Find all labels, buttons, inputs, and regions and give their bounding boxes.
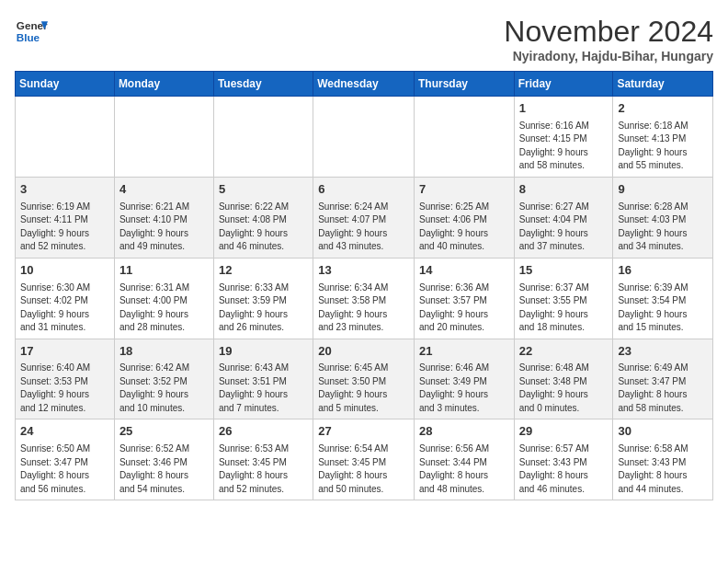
calendar-cell (414, 97, 514, 178)
day-info: Sunset: 3:54 PM (618, 294, 708, 308)
day-info: and 31 minutes. (20, 321, 109, 335)
weekday-header: Wednesday (313, 72, 415, 97)
day-info: Sunset: 4:11 PM (20, 213, 109, 227)
day-info: Sunset: 3:53 PM (20, 375, 109, 389)
day-info: Sunset: 4:06 PM (419, 213, 509, 227)
day-number: 25 (119, 423, 209, 441)
title-block: November 2024 Nyiradony, Hajdu-Bihar, Hu… (504, 15, 713, 63)
day-info: Sunset: 3:55 PM (519, 294, 609, 308)
day-info: Daylight: 9 hours (519, 146, 609, 160)
calendar-cell: 10Sunrise: 6:30 AMSunset: 4:02 PMDayligh… (16, 258, 115, 339)
day-info: Sunset: 4:08 PM (219, 213, 308, 227)
day-info: Sunset: 4:07 PM (318, 213, 409, 227)
day-number: 29 (519, 423, 609, 441)
day-info: Sunrise: 6:21 AM (119, 201, 209, 214)
day-info: Sunrise: 6:53 AM (219, 442, 308, 456)
calendar-header-row: SundayMondayTuesdayWednesdayThursdayFrid… (16, 72, 713, 97)
day-info: Daylight: 9 hours (119, 308, 209, 322)
calendar-cell: 29Sunrise: 6:57 AMSunset: 3:43 PMDayligh… (514, 419, 613, 500)
day-info: Daylight: 9 hours (219, 227, 308, 241)
day-info: and 44 minutes. (618, 483, 708, 497)
day-info: Daylight: 9 hours (419, 227, 509, 241)
day-info: and 28 minutes. (119, 321, 209, 335)
day-info: Daylight: 9 hours (618, 146, 708, 160)
day-info: and 18 minutes. (519, 321, 609, 335)
day-number: 3 (20, 181, 109, 199)
calendar-cell (213, 97, 313, 178)
calendar-cell: 3Sunrise: 6:19 AMSunset: 4:11 PMDaylight… (16, 177, 115, 258)
calendar-cell: 27Sunrise: 6:54 AMSunset: 3:45 PMDayligh… (313, 419, 415, 500)
day-info: Sunset: 3:59 PM (219, 294, 308, 308)
calendar-cell: 18Sunrise: 6:42 AMSunset: 3:52 PMDayligh… (114, 339, 213, 419)
day-info: Sunset: 3:45 PM (318, 456, 409, 470)
day-info: and 56 minutes. (20, 483, 109, 497)
day-info: Sunrise: 6:49 AM (618, 362, 708, 375)
calendar-cell: 19Sunrise: 6:43 AMSunset: 3:51 PMDayligh… (213, 339, 313, 419)
day-info: and 20 minutes. (419, 321, 509, 335)
day-info: Daylight: 8 hours (219, 469, 308, 483)
day-info: Sunrise: 6:16 AM (519, 120, 609, 133)
calendar-cell: 8Sunrise: 6:27 AMSunset: 4:04 PMDaylight… (514, 177, 613, 258)
calendar-cell: 16Sunrise: 6:39 AMSunset: 3:54 PMDayligh… (613, 258, 713, 339)
day-info: Daylight: 8 hours (519, 469, 609, 483)
day-info: and 58 minutes. (618, 402, 708, 416)
day-info: Sunset: 3:47 PM (618, 375, 708, 389)
day-info: Daylight: 9 hours (20, 388, 109, 402)
day-info: and 0 minutes. (519, 402, 609, 416)
calendar-cell: 24Sunrise: 6:50 AMSunset: 3:47 PMDayligh… (16, 419, 115, 500)
day-number: 11 (119, 262, 209, 280)
day-info: Sunset: 3:50 PM (318, 375, 409, 389)
logo-icon: General Blue (15, 15, 48, 48)
calendar-cell: 28Sunrise: 6:56 AMSunset: 3:44 PMDayligh… (414, 419, 514, 500)
day-info: Daylight: 9 hours (519, 308, 609, 322)
day-info: and 52 minutes. (219, 483, 308, 497)
day-number: 1 (519, 100, 609, 118)
day-info: Daylight: 8 hours (119, 469, 209, 483)
day-number: 20 (318, 343, 409, 361)
calendar-cell: 26Sunrise: 6:53 AMSunset: 3:45 PMDayligh… (213, 419, 313, 500)
day-number: 5 (219, 181, 308, 199)
day-number: 19 (219, 343, 308, 361)
logo: General Blue (15, 15, 48, 48)
day-info: Sunset: 4:02 PM (20, 294, 109, 308)
day-info: Sunset: 3:46 PM (119, 456, 209, 470)
calendar-cell: 15Sunrise: 6:37 AMSunset: 3:55 PMDayligh… (514, 258, 613, 339)
day-info: Sunrise: 6:25 AM (419, 201, 509, 214)
day-number: 9 (618, 181, 708, 199)
day-number: 13 (318, 262, 409, 280)
calendar-week-row: 24Sunrise: 6:50 AMSunset: 3:47 PMDayligh… (16, 419, 713, 500)
day-info: Daylight: 8 hours (318, 469, 409, 483)
calendar-week-row: 1Sunrise: 6:16 AMSunset: 4:15 PMDaylight… (16, 97, 713, 178)
weekday-header: Thursday (414, 72, 514, 97)
day-info: Daylight: 8 hours (20, 469, 109, 483)
day-number: 23 (618, 343, 708, 361)
day-info: Sunrise: 6:31 AM (119, 282, 209, 295)
day-info: and 50 minutes. (318, 483, 409, 497)
month-title: November 2024 (504, 15, 713, 49)
day-info: Sunset: 3:43 PM (519, 456, 609, 470)
day-info: Sunset: 4:15 PM (519, 132, 609, 146)
day-number: 22 (519, 343, 609, 361)
day-number: 14 (419, 262, 509, 280)
day-info: Sunrise: 6:24 AM (318, 201, 409, 214)
day-info: and 40 minutes. (419, 240, 509, 254)
day-number: 21 (419, 343, 509, 361)
day-info: Daylight: 9 hours (119, 388, 209, 402)
day-info: and 43 minutes. (318, 240, 409, 254)
day-info: Sunrise: 6:30 AM (20, 282, 109, 295)
day-info: Daylight: 9 hours (519, 227, 609, 241)
day-info: Sunset: 3:52 PM (119, 375, 209, 389)
day-info: Sunrise: 6:42 AM (119, 362, 209, 375)
day-info: Sunrise: 6:19 AM (20, 201, 109, 214)
day-info: Daylight: 9 hours (318, 388, 409, 402)
day-number: 26 (219, 423, 308, 441)
day-info: Daylight: 9 hours (618, 227, 708, 241)
weekday-header: Saturday (613, 72, 713, 97)
calendar-cell: 22Sunrise: 6:48 AMSunset: 3:48 PMDayligh… (514, 339, 613, 419)
day-info: Sunset: 4:10 PM (119, 213, 209, 227)
day-info: Daylight: 9 hours (20, 227, 109, 241)
day-info: Sunrise: 6:45 AM (318, 362, 409, 375)
day-number: 12 (219, 262, 308, 280)
day-info: Daylight: 9 hours (119, 227, 209, 241)
day-info: Sunset: 3:49 PM (419, 375, 509, 389)
